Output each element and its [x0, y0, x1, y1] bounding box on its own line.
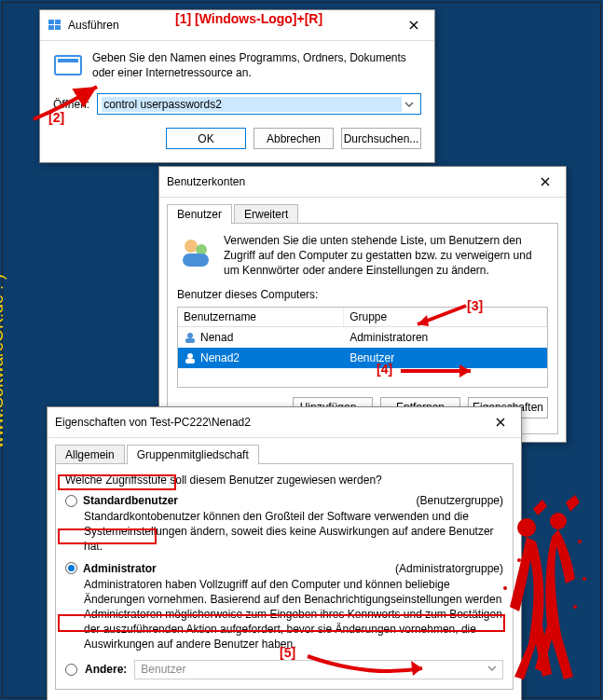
svg-point-18 — [503, 586, 507, 590]
standard-desc: Standardkontobenutzer können den Großtei… — [84, 509, 503, 555]
props-title: Eigenschaften von Test-PC222\Nenad2 — [55, 416, 487, 429]
radio-other[interactable]: Andere: Benutzer — [65, 660, 503, 679]
list-label: Benutzer dieses Computers: — [177, 288, 548, 301]
open-combobox[interactable] — [97, 93, 421, 115]
accounts-intro: Verwenden Sie die unten stehende Liste, … — [224, 233, 548, 279]
open-label: Öffnen: — [53, 98, 89, 111]
user-icon — [184, 331, 197, 344]
radio-admin-group: (Administratorgruppe) — [395, 562, 503, 575]
radio-icon — [65, 495, 77, 507]
tab-general[interactable]: Allgemein — [55, 445, 125, 464]
tab-advanced[interactable]: Erweitert — [234, 204, 298, 224]
radio-admin-label: Administrator — [83, 562, 157, 575]
svg-rect-2 — [48, 25, 54, 30]
radio-other-label: Andere: — [85, 663, 127, 676]
chevron-down-icon[interactable] — [402, 100, 417, 109]
run-ok-button[interactable]: OK — [166, 128, 246, 149]
radio-icon — [65, 562, 77, 574]
user-icon — [184, 351, 197, 364]
svg-rect-1 — [55, 20, 61, 24]
radio-administrator[interactable]: Administrator (Administratorgruppe) — [65, 562, 503, 575]
svg-rect-0 — [48, 20, 54, 24]
row-username: Nenad2 — [200, 351, 240, 364]
list-header: Benutzername Gruppe — [178, 308, 547, 327]
users-icon — [177, 233, 214, 270]
row-group: Administratoren — [344, 329, 547, 346]
watermark-text: www.SoftwareOK.de :-) — [0, 274, 7, 448]
svg-point-11 — [187, 353, 193, 359]
svg-point-14 — [550, 513, 567, 529]
accounts-tabs: Benutzer Erweitert — [159, 198, 566, 223]
access-question: Welche Zugriffsstufe soll diesem Benutze… — [65, 474, 503, 487]
other-role-value: Benutzer — [141, 663, 185, 676]
open-input[interactable] — [102, 97, 402, 112]
svg-rect-3 — [55, 25, 61, 30]
props-close-button[interactable] — [487, 413, 514, 432]
radio-icon — [65, 664, 77, 676]
annotation-1: [1] [Windows-Logo]+[R] — [175, 11, 322, 26]
run-browse-button[interactable]: Durchsuchen... — [341, 128, 421, 149]
accounts-dialog: Benutzerkonten Benutzer Erweitert Verwen… — [158, 166, 567, 443]
run-description: Geben Sie den Namen eines Programms, Ord… — [92, 50, 421, 80]
svg-point-17 — [582, 577, 586, 581]
tab-group-membership[interactable]: Gruppenmitgliedschaft — [127, 445, 259, 464]
annotation-4: [4] — [377, 362, 392, 377]
annotation-3: [3] — [467, 298, 483, 313]
run-dialog: Ausführen Geben Sie den Namen eines Prog… — [39, 9, 435, 163]
svg-point-6 — [185, 240, 198, 253]
svg-rect-12 — [185, 359, 195, 364]
svg-point-16 — [578, 540, 582, 543]
svg-rect-10 — [185, 338, 195, 343]
annotation-2: [2] — [48, 110, 64, 125]
svg-rect-5 — [58, 59, 78, 62]
props-titlebar: Eigenschaften von Test-PC222\Nenad2 — [48, 407, 521, 438]
svg-point-15 — [517, 558, 521, 562]
svg-rect-8 — [183, 254, 209, 267]
run-app-icon — [53, 50, 83, 80]
row-group: Benutzer — [344, 350, 547, 366]
radio-standard-user[interactable]: Standardbenutzer (Benutzergruppe) — [65, 494, 503, 507]
run-logo-icon — [48, 18, 62, 33]
col-group-header[interactable]: Gruppe — [344, 308, 547, 326]
props-tabs: Allgemein Gruppenmitgliedschaft — [48, 438, 521, 463]
list-row[interactable]: Nenad Administratoren — [178, 327, 547, 348]
tab-users[interactable]: Benutzer — [167, 204, 232, 224]
run-cancel-button[interactable]: Abbrechen — [254, 128, 334, 149]
dancers-icon — [491, 495, 594, 681]
accounts-title: Benutzerkonten — [167, 175, 532, 188]
accounts-titlebar: Benutzerkonten — [159, 167, 566, 198]
svg-point-19 — [573, 605, 577, 609]
list-row-selected[interactable]: Nenad2 Benutzer — [178, 348, 547, 368]
svg-point-13 — [517, 518, 536, 537]
radio-standard-group: (Benutzergruppe) — [417, 494, 503, 507]
other-role-combobox[interactable]: Benutzer — [134, 660, 503, 679]
accounts-close-button[interactable] — [532, 172, 558, 191]
admin-desc: Administratoren haben Vollzugriff auf de… — [84, 577, 503, 652]
user-list[interactable]: Benutzername Gruppe Nenad Administratore… — [177, 307, 548, 388]
col-username-header[interactable]: Benutzername — [178, 308, 344, 326]
annotation-5: [5] — [280, 645, 295, 660]
radio-standard-label: Standardbenutzer — [83, 494, 178, 507]
row-username: Nenad — [200, 331, 233, 344]
svg-point-9 — [187, 333, 193, 338]
run-close-button[interactable] — [401, 16, 427, 34]
